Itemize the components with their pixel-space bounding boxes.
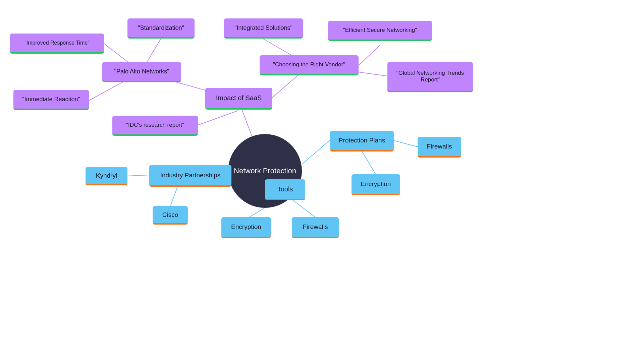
node-protection-plans[interactable]: Protection Plans (330, 131, 394, 152)
svg-line-16 (292, 199, 316, 218)
node-choosing-vendor[interactable]: "Choosing the Right Vendor" (260, 55, 359, 75)
node-immediate-reaction[interactable]: "Immediate Reaction" (13, 90, 89, 110)
node-encryption-plans[interactable]: Encryption (352, 174, 400, 195)
svg-line-11 (392, 140, 418, 147)
node-impact-saas[interactable]: Impact of SaaS (205, 88, 272, 110)
node-global-networking[interactable]: "Global Networking Trends Report" (387, 62, 473, 92)
node-industry-partnerships[interactable]: Industry Partnerships (149, 165, 231, 187)
node-tools[interactable]: Tools (265, 179, 305, 200)
node-kyndryl[interactable]: Kyndryl (86, 167, 127, 185)
svg-line-12 (361, 150, 376, 174)
svg-line-8 (359, 45, 380, 65)
node-idc-research[interactable]: "IDC's research report" (112, 116, 198, 136)
svg-line-19 (170, 186, 178, 206)
node-firewalls-plans[interactable]: Firewalls (418, 137, 461, 158)
node-standardization[interactable]: "Standardization" (127, 18, 195, 39)
svg-line-5 (196, 111, 238, 126)
node-firewalls-tools[interactable]: Firewalls (292, 217, 339, 238)
node-improved-response[interactable]: "Improved Response Time" (10, 34, 104, 54)
svg-line-18 (127, 175, 149, 176)
node-encryption-tools[interactable]: Encryption (221, 217, 271, 238)
svg-line-9 (359, 72, 387, 76)
node-efficient-secure[interactable]: "Efficient Secure Networking" (328, 21, 432, 41)
node-palo-alto[interactable]: "Palo Alto Networks" (102, 62, 181, 82)
node-cisco[interactable]: Cisco (153, 206, 188, 225)
node-integrated-solutions[interactable]: "Integrated Solutions" (224, 18, 303, 39)
svg-line-10 (302, 140, 330, 164)
